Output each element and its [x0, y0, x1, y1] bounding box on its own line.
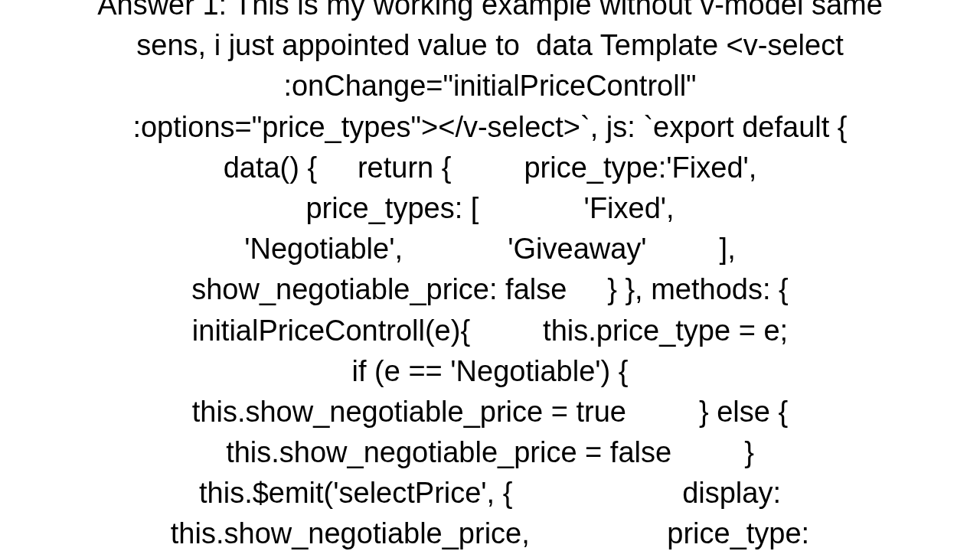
code-text: Answer 1: This is my working example wit…	[97, 0, 883, 551]
document-content: Answer 1: This is my working example wit…	[0, 0, 980, 551]
